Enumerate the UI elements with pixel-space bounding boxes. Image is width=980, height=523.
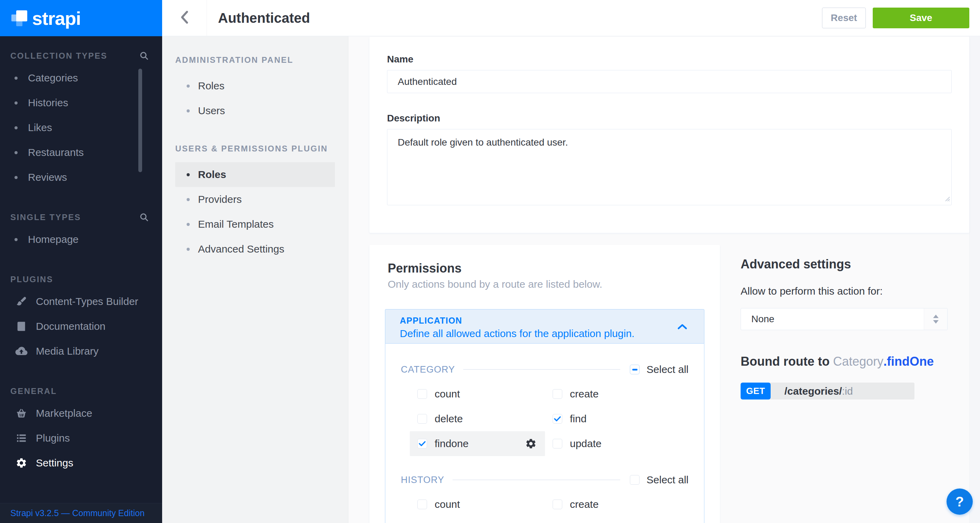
resize-grip-icon[interactable]: [944, 196, 950, 203]
category-group-name: CATEGORY: [401, 364, 455, 375]
sidebar-item-categories[interactable]: Categories: [0, 65, 162, 91]
subnav-item-roles[interactable]: Roles: [175, 162, 335, 187]
http-method-badge: GET: [741, 383, 771, 399]
back-button[interactable]: [162, 0, 207, 36]
sidebar-item-settings[interactable]: Settings: [0, 451, 162, 475]
users-permissions-heading: USERS & PERMISSIONS PLUGIN: [162, 144, 348, 154]
policy-select-value: None: [751, 313, 775, 324]
search-icon[interactable]: [139, 213, 149, 222]
bound-controller: Category: [833, 354, 883, 369]
history-group-name: HISTORY: [401, 475, 444, 485]
checkbox-unchecked[interactable]: [417, 389, 427, 399]
section-single-types: SINGLE TYPES Homepage: [0, 213, 162, 252]
save-button[interactable]: Save: [873, 8, 969, 28]
cloud-upload-icon: [14, 345, 28, 358]
subnav-item-admin-roles[interactable]: Roles: [175, 73, 335, 98]
chevron-up-icon: [677, 323, 687, 332]
sidebar-item-content-types-builder[interactable]: Content-Types Builder: [0, 289, 162, 314]
bullet-icon: [14, 151, 18, 154]
description-textarea[interactable]: Default role given to authenticated user…: [387, 129, 952, 205]
bullet-icon: [14, 126, 18, 129]
permission-history-count[interactable]: count: [410, 492, 545, 517]
strapi-logo-icon: [11, 10, 27, 26]
sidebar-item-reviews[interactable]: Reviews: [0, 165, 162, 190]
subnav-item-providers[interactable]: Providers: [175, 187, 335, 212]
application-accordion-header[interactable]: APPLICATION Define all allowed actions f…: [385, 309, 705, 343]
subnav-item-email-templates[interactable]: Email Templates: [175, 212, 335, 237]
accordion-plugin-name: APPLICATION: [400, 316, 689, 326]
sidebar-footer: Strapi v3.2.5 — Community Edition: [0, 503, 162, 523]
sidebar-item-marketplace[interactable]: Marketplace: [0, 401, 162, 426]
bullet-icon: [187, 173, 190, 176]
route-param: :id: [842, 385, 853, 397]
strapi-version-link[interactable]: Strapi v3.2.5 — Community Edition: [10, 508, 145, 518]
checkbox-unchecked[interactable]: [553, 439, 562, 448]
bound-route-row: GET /categories/:id: [741, 383, 915, 399]
history-group-header: HISTORY Select all: [401, 472, 689, 488]
page-title: Authenticated: [218, 10, 310, 26]
paintbrush-icon: [14, 296, 28, 307]
section-plugins: PLUGINS Content-Types Builder Documentat…: [0, 275, 162, 364]
permission-findone[interactable]: findone: [410, 431, 545, 456]
reset-button[interactable]: Reset: [822, 8, 866, 28]
description-label: Description: [387, 113, 440, 124]
category-group-header: CATEGORY Select all: [401, 362, 689, 377]
policy-select[interactable]: None: [741, 308, 948, 330]
checkbox-unchecked[interactable]: [417, 499, 427, 509]
checkbox-unchecked[interactable]: [553, 389, 562, 399]
subnav-item-admin-users[interactable]: Users: [175, 98, 335, 123]
checkbox-unchecked[interactable]: [417, 414, 427, 424]
subnav-item-advanced-settings[interactable]: Advanced Settings: [175, 237, 335, 262]
primary-sidebar: strapi COLLECTION TYPES Categories Histo…: [0, 0, 162, 523]
strapi-logo[interactable]: strapi: [0, 0, 162, 36]
collection-list-scrollbar[interactable]: [138, 68, 142, 172]
bullet-icon: [187, 198, 190, 201]
sidebar-item-media-library[interactable]: Media Library: [0, 339, 162, 364]
help-button[interactable]: ?: [947, 488, 973, 515]
name-label: Name: [387, 54, 413, 65]
main-scrollbar-track[interactable]: [969, 36, 980, 523]
indeterminate-checkbox[interactable]: [630, 365, 640, 374]
general-heading: GENERAL: [10, 386, 57, 396]
book-icon: [14, 321, 28, 332]
category-permissions-grid: count create delete find: [410, 382, 689, 456]
section-general: GENERAL Marketplace Plugins Settings: [0, 386, 162, 475]
permission-create[interactable]: create: [545, 382, 680, 406]
checkbox-checked[interactable]: [553, 414, 562, 424]
sidebar-item-histories[interactable]: Histories: [0, 91, 162, 115]
allow-action-label: Allow to perform this action for:: [741, 285, 961, 297]
checkbox-unchecked[interactable]: [630, 475, 640, 485]
sidebar-item-documentation[interactable]: Documentation: [0, 314, 162, 339]
route-path: /categories/: [784, 385, 842, 397]
name-input[interactable]: [387, 70, 952, 93]
permission-update[interactable]: update: [545, 431, 680, 456]
section-administration-panel: ADMINISTRATION PANEL Roles Users: [162, 55, 348, 123]
sidebar-item-restaurants[interactable]: Restaurants: [0, 140, 162, 165]
permission-history-create[interactable]: create: [545, 492, 680, 517]
bullet-icon: [14, 238, 18, 241]
sidebar-item-homepage[interactable]: Homepage: [0, 227, 162, 252]
divider: [453, 480, 620, 480]
sidebar-item-likes[interactable]: Likes: [0, 115, 162, 140]
chevron-left-icon: [179, 10, 190, 25]
bound-route-heading: Bound route to Category.findOne: [741, 354, 961, 369]
list-icon: [14, 432, 28, 444]
permission-delete[interactable]: delete: [410, 406, 545, 431]
permissions-card: Permissions Only actions bound by a rout…: [369, 245, 720, 523]
page-header: Authenticated Reset Save: [162, 0, 980, 36]
category-select-all[interactable]: Select all: [630, 364, 689, 375]
advanced-settings-panel: Advanced settings Allow to perform this …: [741, 257, 961, 399]
checkbox-checked[interactable]: [417, 439, 427, 448]
search-icon[interactable]: [139, 51, 149, 61]
sidebar-item-plugins[interactable]: Plugins: [0, 426, 162, 451]
permission-find[interactable]: find: [545, 406, 680, 431]
section-collection-types: COLLECTION TYPES Categories Histories Li…: [0, 51, 162, 190]
strapi-logo-text: strapi: [32, 8, 81, 29]
permission-settings-gear-icon[interactable]: [525, 438, 537, 451]
role-form-card: Name Description Default role given to a…: [369, 37, 969, 233]
checkbox-unchecked[interactable]: [553, 499, 562, 509]
permission-count[interactable]: count: [410, 382, 545, 406]
history-select-all[interactable]: Select all: [630, 474, 689, 486]
gear-icon: [14, 457, 28, 469]
administration-panel-heading: ADMINISTRATION PANEL: [162, 55, 348, 65]
